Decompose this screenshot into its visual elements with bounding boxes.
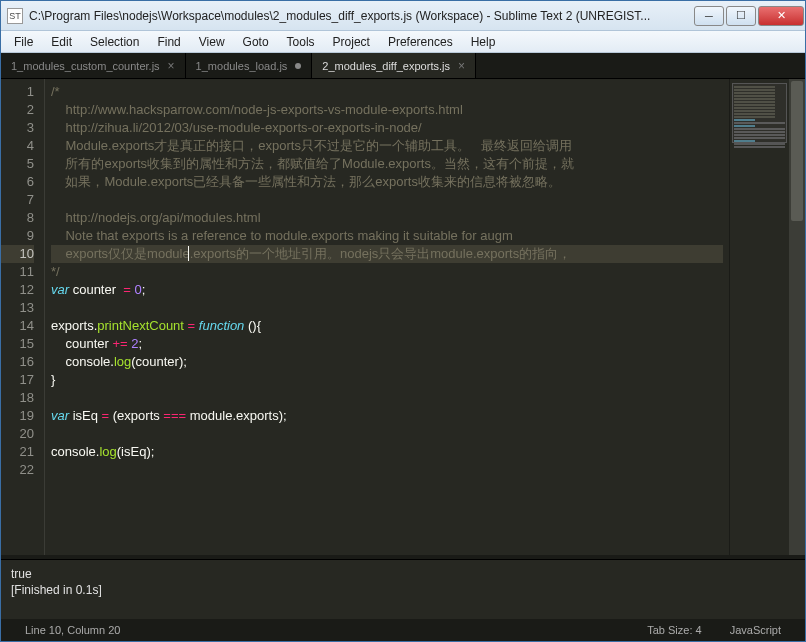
close-button[interactable]: ✕ xyxy=(758,6,804,26)
menu-goto[interactable]: Goto xyxy=(234,33,278,51)
menu-project[interactable]: Project xyxy=(324,33,379,51)
code-line[interactable]: http://www.hacksparrow.com/node-js-expor… xyxy=(51,101,723,119)
window-controls: ─ ☐ ✕ xyxy=(693,6,805,26)
line-number: 14 xyxy=(1,317,34,335)
code-line[interactable]: exports仅仅是module.exports的一个地址引用。nodejs只会… xyxy=(51,245,723,263)
code-line[interactable]: counter += 2; xyxy=(51,335,723,353)
code-line[interactable] xyxy=(51,191,723,209)
status-syntax[interactable]: JavaScript xyxy=(716,624,795,636)
code-line[interactable] xyxy=(51,425,723,443)
line-number: 17 xyxy=(1,371,34,389)
line-number: 20 xyxy=(1,425,34,443)
minimap[interactable] xyxy=(729,79,789,555)
code-line[interactable]: http://zihua.li/2012/03/use-module-expor… xyxy=(51,119,723,137)
line-number: 7 xyxy=(1,191,34,209)
line-gutter: 12345678910111213141516171819202122 xyxy=(1,79,45,555)
line-number: 11 xyxy=(1,263,34,281)
menu-help[interactable]: Help xyxy=(462,33,505,51)
window-title: C:\Program Files\nodejs\Workspace\module… xyxy=(29,9,693,23)
line-number: 1 xyxy=(1,83,34,101)
menu-file[interactable]: File xyxy=(5,33,42,51)
code-line[interactable]: Note that exports is a reference to modu… xyxy=(51,227,723,245)
line-number: 12 xyxy=(1,281,34,299)
window-titlebar: ST C:\Program Files\nodejs\Workspace\mod… xyxy=(1,1,805,31)
minimize-button[interactable]: ─ xyxy=(694,6,724,26)
tab-bar: 1_modules_custom_counter.js×1_modules_lo… xyxy=(1,53,805,79)
code-line[interactable]: console.log(counter); xyxy=(51,353,723,371)
line-number: 8 xyxy=(1,209,34,227)
console-line: true xyxy=(11,566,795,582)
code-line[interactable]: var isEq = (exports === module.exports); xyxy=(51,407,723,425)
tab-label: 1_modules_load.js xyxy=(196,60,288,72)
line-number: 2 xyxy=(1,101,34,119)
tab-close-icon[interactable]: × xyxy=(168,59,175,73)
status-cursor-position: Line 10, Column 20 xyxy=(11,624,134,636)
build-output-panel[interactable]: true[Finished in 0.1s] xyxy=(1,559,805,619)
line-number: 4 xyxy=(1,137,34,155)
line-number: 15 xyxy=(1,335,34,353)
tab-label: 2_modules_diff_exports.js xyxy=(322,60,450,72)
menu-bar: FileEditSelectionFindViewGotoToolsProjec… xyxy=(1,31,805,53)
line-number: 18 xyxy=(1,389,34,407)
menu-tools[interactable]: Tools xyxy=(278,33,324,51)
code-line[interactable]: 如果，Module.exports已经具备一些属性和方法，那么exports收集… xyxy=(51,173,723,191)
menu-preferences[interactable]: Preferences xyxy=(379,33,462,51)
menu-find[interactable]: Find xyxy=(148,33,189,51)
line-number: 13 xyxy=(1,299,34,317)
tab-2_modules_diff_exports-js[interactable]: 2_modules_diff_exports.js× xyxy=(312,53,476,78)
tab-label: 1_modules_custom_counter.js xyxy=(11,60,160,72)
code-line[interactable]: 所有的exports收集到的属性和方法，都赋值给了Module.exports。… xyxy=(51,155,723,173)
line-number: 16 xyxy=(1,353,34,371)
code-line[interactable]: */ xyxy=(51,263,723,281)
console-line: [Finished in 0.1s] xyxy=(11,582,795,598)
status-bar: Line 10, Column 20 Tab Size: 4 JavaScrip… xyxy=(1,619,805,641)
vertical-scrollbar[interactable] xyxy=(789,79,805,555)
code-line[interactable]: /* xyxy=(51,83,723,101)
code-line[interactable]: Module.exports才是真正的接口，exports只不过是它的一个辅助工… xyxy=(51,137,723,155)
line-number: 3 xyxy=(1,119,34,137)
status-tab-size[interactable]: Tab Size: 4 xyxy=(633,624,715,636)
line-number: 5 xyxy=(1,155,34,173)
code-line[interactable]: exports.printNextCount = function (){ xyxy=(51,317,723,335)
scrollbar-thumb[interactable] xyxy=(791,81,803,221)
tab-1_modules_custom_counter-js[interactable]: 1_modules_custom_counter.js× xyxy=(1,53,186,78)
code-line[interactable]: console.log(isEq); xyxy=(51,443,723,461)
code-line[interactable]: } xyxy=(51,371,723,389)
minimap-viewport[interactable] xyxy=(732,83,787,143)
line-number: 19 xyxy=(1,407,34,425)
maximize-button[interactable]: ☐ xyxy=(726,6,756,26)
line-number: 9 xyxy=(1,227,34,245)
editor-area: 12345678910111213141516171819202122 /* h… xyxy=(1,79,805,555)
tab-dirty-icon[interactable] xyxy=(295,63,301,69)
line-number: 21 xyxy=(1,443,34,461)
text-caret xyxy=(188,246,189,261)
tab-close-icon[interactable]: × xyxy=(458,59,465,73)
code-view[interactable]: /* http://www.hacksparrow.com/node-js-ex… xyxy=(45,79,729,555)
line-number: 6 xyxy=(1,173,34,191)
tab-1_modules_load-js[interactable]: 1_modules_load.js xyxy=(186,53,313,78)
code-line[interactable]: var counter = 0; xyxy=(51,281,723,299)
code-line[interactable] xyxy=(51,461,723,479)
app-icon: ST xyxy=(7,8,23,24)
code-line[interactable] xyxy=(51,299,723,317)
code-line[interactable] xyxy=(51,389,723,407)
menu-selection[interactable]: Selection xyxy=(81,33,148,51)
menu-edit[interactable]: Edit xyxy=(42,33,81,51)
menu-view[interactable]: View xyxy=(190,33,234,51)
line-number: 22 xyxy=(1,461,34,479)
code-line[interactable]: http://nodejs.org/api/modules.html xyxy=(51,209,723,227)
line-number: 10 xyxy=(1,245,34,263)
